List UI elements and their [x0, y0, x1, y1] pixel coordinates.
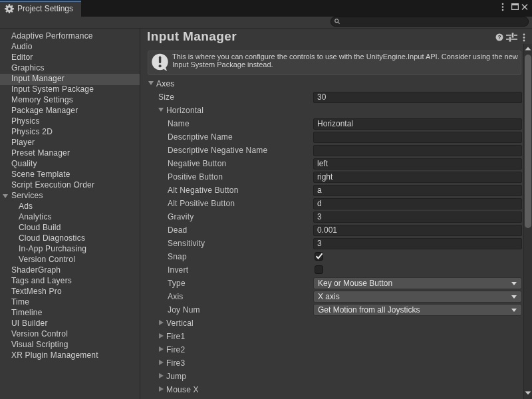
svg-text:?: ? [497, 34, 501, 41]
